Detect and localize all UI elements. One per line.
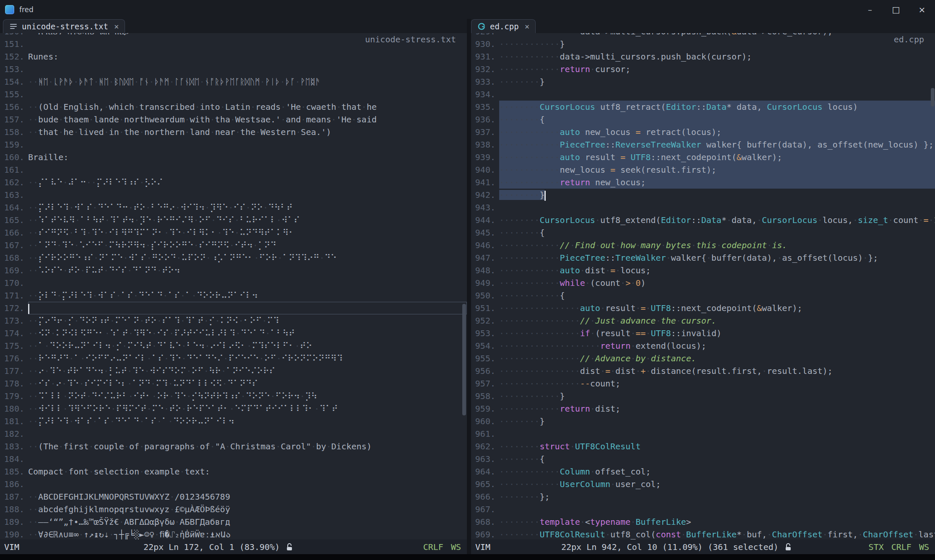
code-line-930[interactable]: 930.············} (471, 38, 935, 50)
tab-ed-cpp[interactable]: ed.cpp × (471, 19, 536, 33)
code-line-950[interactable]: 950.············{ (471, 289, 935, 302)
right-scrollbar-thumb[interactable] (931, 88, 935, 106)
code-line-182[interactable]: 182. (0, 428, 467, 440)
tab-close-icon[interactable]: × (114, 22, 119, 31)
code-line-166[interactable]: 166.··⠎⠊⠛⠝⠫·⠃⠹·⠹⠑·⠊⠇⠻⠛⠹⠍⠁⠝⠂·⠹⠑·⠊⠇⠻⠅⠂·⠹⠑·… (0, 226, 467, 239)
code-line-187[interactable]: 187.··ABCDEFGHIJKLMNOPQRSTUVWXYZ·/012345… (0, 490, 467, 503)
code-line-156[interactable]: 156.··(Old·English,·which·transcribed·in… (0, 101, 467, 113)
code-line-172[interactable]: 172. (0, 302, 467, 314)
code-line-175[interactable]: 175.··⠁·⠙⠕⠕⠗⠤⠝⠁⠊⠇⠲·⡊·⠍⠊⠣⠞·⠙⠁⠧⠑·⠃⠑⠲·⠔⠊⠇⠔⠫… (0, 340, 467, 352)
code-line-962[interactable]: 962.········struct·UTF8ColResult (471, 440, 935, 453)
code-line-944[interactable]: 944.········CursorLocus·utf8_extend(Edit… (471, 214, 935, 226)
code-line-947[interactable]: 947.············PieceTree::TreeWalker·wa… (471, 251, 935, 264)
code-line-165[interactable]: 165.··⠱⠁⠞⠑⠧⠻·⠁⠃⠳⠞·⠹⠁⠞⠲·⡹⠑·⠗⠑⠛⠊⠌⠻·⠕⠋·⠙⠊⠎·… (0, 214, 467, 226)
code-line-965[interactable]: 965.············UserColumn·user_col; (471, 478, 935, 490)
code-line-162[interactable]: 162.··⡌⠁⠧⠑·⠼⠁⠒··⡍⠜⠇⠑⠹⠰⠎·⡣⠕⠌ (0, 176, 467, 189)
code-line-161[interactable]: 161. (0, 163, 467, 176)
code-line-180[interactable]: 180.··⠺⠊⠇⠇·⠹⠻⠑⠋⠕⠗⠑·⠏⠻⠍⠊⠞·⠍⠑·⠞⠕·⠗⠑⠏⠑⠁⠞⠂·⠑… (0, 402, 467, 415)
code-line-948[interactable]: 948.············auto·dist·=·locus; (471, 264, 935, 277)
code-line-179[interactable]: 179.··⠩⠁⠇⠇·⠝⠕⠞·⠙⠊⠌⠥⠗⠃·⠊⠞⠂·⠕⠗·⠹⠑·⡊⠳⠝⠞⠗⠹⠰⠎… (0, 390, 467, 402)
code-line-937[interactable]: 937.············auto·new_locus·=·retract… (471, 126, 935, 138)
code-line-964[interactable]: 964.············Column·offset_col; (471, 465, 935, 478)
code-line-952[interactable]: 952.················//·Just·advance·the·… (471, 314, 935, 327)
code-line-155[interactable]: 155. (0, 88, 467, 101)
code-line-953[interactable]: 953.················if·(result·==·UTF8::… (471, 327, 935, 340)
code-line-160[interactable]: 160.Braille: (0, 151, 467, 163)
code-line-938[interactable]: 938.············PieceTree::ReverseTreeWa… (471, 138, 935, 151)
code-line-955[interactable]: 955.················//·Advance·by·distan… (471, 352, 935, 365)
code-line-949[interactable]: 949.············while·(count·>·0) (471, 277, 935, 289)
code-line-176[interactable]: 176.··⠗⠑⠛⠜⠙·⠁·⠊⠕⠋⠋⠔⠤⠝⠁⠊⠇·⠁⠎·⠹⠑·⠙⠑⠁⠙⠑⠌·⠏⠊… (0, 352, 467, 365)
code-line-157[interactable]: 157.··bude·thaem·lande·northweardum·with… (0, 113, 467, 126)
line-number: 943. (471, 201, 495, 214)
code-line-956[interactable]: 956.················dist·=·dist·+·distan… (471, 365, 935, 377)
code-line-164[interactable]: 164.··⡍⠜⠇⠑⠹·⠺⠁⠎·⠙⠑⠁⠙⠒·⠞⠕·⠃⠑⠛⠔·⠺⠊⠹⠲·⡹⠻⠑·⠊… (0, 201, 467, 214)
tab-close-icon[interactable]: × (525, 22, 529, 31)
maximize-button[interactable]: □ (883, 0, 909, 19)
code-line-184[interactable]: 184. (0, 453, 467, 465)
line-number: 173. (0, 314, 24, 327)
code-line-188[interactable]: 188.··abcdefghijklmnopqrstuvwxyz·£©µÀÆÖÞ… (0, 503, 467, 516)
code-line-967[interactable]: 967. (471, 503, 935, 516)
code-line-963[interactable]: 963.········{ (471, 453, 935, 465)
code-line-154[interactable]: 154.··ᚻᛖ·ᚳᚹᚫᚦ·ᚦᚫᛏ·ᚻᛖ·ᛒᚢᛞᛖ·ᚩᚾ·ᚦᚫᛗ·ᛚᚪᚾᛞᛖ·ᚾ… (0, 75, 467, 88)
code-line-940[interactable]: 940.············new_locus·=·seek(result.… (471, 163, 935, 176)
code-line-169[interactable]: 169.··⠡⠕⠎⠑·⠞⠕·⠏⠥⠞·⠙⠊⠎·⠙⠁⠝⠙·⠞⠕⠲ (0, 264, 467, 277)
code-line-174[interactable]: 174.··⠪⠝·⠅⠝⠪⠇⠫⠛⠑⠂·⠱⠁⠞·⠹⠻⠑·⠊⠎·⠏⠜⠞⠊⠊⠥⠇⠜⠇⠹·… (0, 327, 467, 340)
pane-divider[interactable] (467, 19, 471, 554)
code-line-942[interactable]: 942.········} (471, 189, 935, 201)
code-line-945[interactable]: 945.········{ (471, 226, 935, 239)
minimize-button[interactable]: – (857, 0, 883, 19)
code-line-190[interactable]: 190.··∀∂∈ℝ∧∪≡∞·↑↗↨↻⇣·┐┼╔╘░►☺♀·ﬁ�⑀₂ἠḂӥẄɐː… (0, 528, 467, 539)
lock-icon[interactable] (784, 542, 792, 552)
code-line-178[interactable]: 178.··⠊⠎·⠔·⠹⠑·⠎⠊⠍⠊⠇⠑⠆·⠁⠝⠙·⠍⠹·⠥⠝⠙⠁⠇⠇⠪⠫·⠙⠁… (0, 377, 467, 390)
code-line-936[interactable]: 936.········{ (471, 113, 935, 126)
code-line-946[interactable]: 946.············//·Find·out·how·many·byt… (471, 239, 935, 251)
code-line-959[interactable]: 959.············return·dist; (471, 402, 935, 415)
code-line-968[interactable]: 968.········template·<typename·BufferLik… (471, 516, 935, 528)
code-line-177[interactable]: 177.··⠔·⠹⠑·⠞⠗⠁⠙⠑⠲·⡃⠥⠞·⠹⠑·⠺⠊⠎⠙⠕⠍·⠕⠋·⠳⠗·⠁⠝… (0, 365, 467, 377)
code-line-966[interactable]: 966.········}; (471, 490, 935, 503)
code-line-960[interactable]: 960.········} (471, 415, 935, 428)
code-line-158[interactable]: 158.··that·he·lived·in·the·northern·land… (0, 126, 467, 138)
code-line-189[interactable]: 189.··–—‘“”„†•…‰™œŠŸž€·ΑΒΓΔΩαβγδω·АБВГДа… (0, 516, 467, 528)
code-line-159[interactable]: 159. (0, 138, 467, 151)
code-line-170[interactable]: 170. (0, 277, 467, 289)
code-line-173[interactable]: 173.··⡍⠔⠙⠖·⡊·⠙⠕⠝⠰⠞·⠍⠑⠁⠝·⠞⠕·⠎⠁⠹·⠹⠁⠞·⡊·⠅⠝⠪… (0, 314, 467, 327)
line-number: 951. (471, 302, 495, 314)
line-number: 169. (0, 264, 24, 277)
code-line-969[interactable]: 969.········UTF8ColResult·utf8_col(const… (471, 528, 935, 539)
left-status-bar: VIM 22px Ln 172, Col 1 (83.90%) CRLFWS (0, 539, 467, 554)
lock-icon[interactable] (286, 542, 293, 552)
code-line-934[interactable]: 934. (471, 88, 935, 101)
code-line-961[interactable]: 961. (471, 428, 935, 440)
code-line-939[interactable]: 939.············auto·result·=·UTF8::next… (471, 151, 935, 163)
code-line-931[interactable]: 931.············data->multi_cursors.push… (471, 50, 935, 63)
code-line-171[interactable]: 171.··⡕⠇⠙·⡍⠜⠇⠑⠹·⠺⠁⠎·⠁⠎·⠙⠑⠁⠙·⠁⠎·⠁·⠙⠕⠕⠗⠤⠝⠁… (0, 289, 467, 302)
code-line-935[interactable]: 935.········CursorLocus·utf8_retract(Edi… (471, 101, 935, 113)
code-line-951[interactable]: 951.················auto·result·=·UTF8::… (471, 302, 935, 314)
code-line-954[interactable]: 954.····················return·extend(lo… (471, 340, 935, 352)
code-line-153[interactable]: 153. (0, 63, 467, 75)
code-line-167[interactable]: 167.··⠁⠝⠙·⠹⠑·⠡⠊⠑⠋·⠍⠳⠗⠝⠻⠲·⡎⠊⠗⠕⠕⠛⠑·⠎⠊⠛⠝⠫·⠊… (0, 239, 467, 251)
window-title: fred (19, 5, 34, 14)
code-line-186[interactable]: 186. (0, 478, 467, 490)
code-line-943[interactable]: 943. (471, 201, 935, 214)
code-line-168[interactable]: 168.··⡎⠊⠗⠕⠕⠛⠑⠰⠎·⠝⠁⠍⠑·⠺⠁⠎·⠛⠕⠕⠙·⠥⠏⠕⠝·⠰⡡⠁⠝⠛… (0, 251, 467, 264)
code-line-933[interactable]: 933.········} (471, 75, 935, 88)
code-line-181[interactable]: 181.··⡍⠜⠇⠑⠹·⠺⠁⠎·⠁⠎·⠙⠑⠁⠙·⠁⠎·⠁·⠙⠕⠕⠗⠤⠝⠁⠊⠇⠲ (0, 415, 467, 428)
left-scrollbar-thumb[interactable] (462, 304, 466, 415)
code-line-163[interactable]: 163. (0, 189, 467, 201)
code-line-957[interactable]: 957.················--count; (471, 377, 935, 390)
line-number: 946. (471, 239, 495, 251)
code-line-152[interactable]: 152.Runes: (0, 50, 467, 63)
code-line-958[interactable]: 958.············} (471, 390, 935, 402)
tab-unicode-stress-txt[interactable]: unicode-stress.txt × (3, 19, 125, 33)
close-button[interactable]: × (909, 0, 935, 19)
code-line-932[interactable]: 932.············return·cursor; (471, 63, 935, 75)
code-line-185[interactable]: 185.Compact·font·selection·example·text: (0, 465, 467, 478)
line-number: 155. (0, 88, 24, 101)
code-line-183[interactable]: 183.··(The·first·couple·of·paragraphs·of… (0, 440, 467, 453)
code-line-941[interactable]: 941.············return·new_locus; (471, 176, 935, 189)
code-line-929[interactable]: 929.················data->multi_cursors.… (471, 33, 935, 38)
